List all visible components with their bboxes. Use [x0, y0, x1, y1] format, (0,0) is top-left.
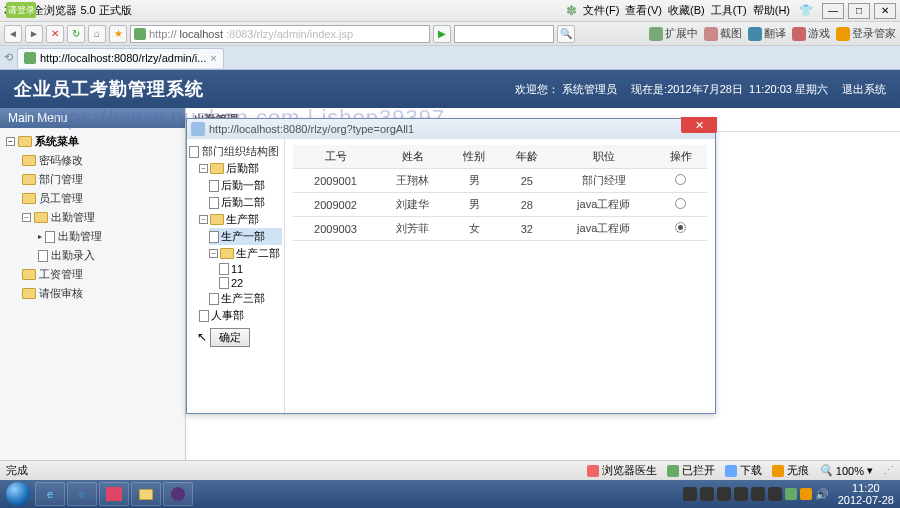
- tray-icon[interactable]: [800, 488, 812, 500]
- tool-login[interactable]: 登录管家: [836, 26, 896, 41]
- folder-icon: [210, 163, 224, 174]
- select-radio[interactable]: [675, 222, 686, 233]
- restore-icon[interactable]: ⟲: [4, 51, 13, 64]
- tree-node-prod3[interactable]: 生产三部: [209, 290, 282, 307]
- search-input[interactable]: [454, 25, 554, 43]
- collapse-icon[interactable]: −: [199, 215, 208, 224]
- table-header-row: 工号 姓名 性别 年龄 职位 操作: [293, 145, 707, 169]
- tree-node-11[interactable]: 11: [219, 262, 282, 276]
- tree-node-production[interactable]: −生产部: [199, 211, 282, 228]
- task-explorer[interactable]: [131, 482, 161, 506]
- volume-icon[interactable]: 🔊: [815, 488, 829, 501]
- tool-capture[interactable]: 截图: [704, 26, 742, 41]
- tool-game[interactable]: 游戏: [792, 26, 830, 41]
- logout-link[interactable]: 退出系统: [842, 82, 886, 97]
- status-block[interactable]: 已拦开: [667, 463, 715, 478]
- task-eclipse[interactable]: [163, 482, 193, 506]
- now-time: 11:20:03: [749, 83, 792, 95]
- menu-tools[interactable]: 工具(T): [709, 3, 749, 18]
- go-button[interactable]: ▶: [433, 25, 451, 43]
- url-input[interactable]: http://localhost:8083/rlzy/admin/index.j…: [130, 25, 430, 43]
- sidebar-item-attend-input[interactable]: 出勤录入: [0, 246, 185, 265]
- sidebar-item-pwd[interactable]: 密码修改: [0, 151, 185, 170]
- confirm-button[interactable]: 确定: [210, 328, 250, 347]
- welcome-label: 欢迎您：: [515, 83, 559, 95]
- translate-bubble[interactable]: 请登录: [6, 2, 36, 18]
- menu-help[interactable]: 帮助(H): [751, 3, 792, 18]
- table-row[interactable]: 2009001王翔林男25部门经理: [293, 169, 707, 193]
- tool-ext[interactable]: 扩展中: [649, 26, 698, 41]
- favorite-button[interactable]: ★: [109, 25, 127, 43]
- app-header: 企业员工考勤管理系统 欢迎您： 系统管理员 现在是:2012年7月28日 11:…: [0, 70, 900, 108]
- task-ie2[interactable]: e: [67, 482, 97, 506]
- clock[interactable]: 11:202012-07-28: [832, 482, 894, 506]
- cell-age: 28: [500, 193, 553, 217]
- status-download[interactable]: 下载: [725, 463, 762, 478]
- qq-icon[interactable]: [717, 487, 731, 501]
- dialog-close-button[interactable]: ✕: [681, 117, 717, 133]
- collapse-icon[interactable]: −: [199, 164, 208, 173]
- tool-translate[interactable]: 翻译: [748, 26, 786, 41]
- qq-icon[interactable]: [768, 487, 782, 501]
- menu-fav[interactable]: 收藏(B): [666, 3, 707, 18]
- sidebar-item-attend-mgr[interactable]: ▸出勤管理: [0, 227, 185, 246]
- resize-grip-icon[interactable]: ⋰: [883, 464, 894, 477]
- table-row[interactable]: 2009003刘芳菲女32java工程师: [293, 217, 707, 241]
- minimize-button[interactable]: —: [822, 3, 844, 19]
- url-rest: :8083/rlzy/admin/index.jsp: [226, 28, 353, 40]
- collapse-icon[interactable]: −: [209, 249, 218, 258]
- qq-icon[interactable]: [683, 487, 697, 501]
- tree-node-log2[interactable]: 后勤二部: [209, 194, 282, 211]
- browser-title: 360安全浏览器 5.0 正式版: [4, 3, 566, 18]
- tray-icon[interactable]: [785, 488, 797, 500]
- cell-id: 2009001: [293, 169, 378, 193]
- qq-icon[interactable]: [700, 487, 714, 501]
- dialog-titlebar[interactable]: http://localhost:8080/rlzy/org?type=orgA…: [187, 119, 715, 139]
- stop-button[interactable]: ✕: [46, 25, 64, 43]
- sidebar-item-leave[interactable]: 请假审核: [0, 284, 185, 303]
- task-ie[interactable]: e: [35, 482, 65, 506]
- collapse-icon[interactable]: −: [22, 213, 31, 222]
- start-button[interactable]: [2, 480, 34, 508]
- tree-node-22[interactable]: 22: [219, 276, 282, 290]
- menu-file[interactable]: 文件(F): [581, 3, 621, 18]
- grid-pane: 工号 姓名 性别 年龄 职位 操作 2009001王翔林男25部门经理20090…: [285, 139, 715, 413]
- select-radio[interactable]: [675, 198, 686, 209]
- status-private[interactable]: 无痕: [772, 463, 809, 478]
- cell-role: java工程师: [553, 217, 654, 241]
- sidebar-item-attend[interactable]: −出勤管理: [0, 208, 185, 227]
- status-doctor[interactable]: 浏览器医生: [587, 463, 657, 478]
- tree-node-hr[interactable]: 人事部: [199, 307, 282, 324]
- task-app1[interactable]: [99, 482, 129, 506]
- refresh-button[interactable]: ↻: [67, 25, 85, 43]
- sidebar-item-dept[interactable]: 部门管理: [0, 170, 185, 189]
- table-row[interactable]: 2009002刘建华男28java工程师: [293, 193, 707, 217]
- back-button[interactable]: ◄: [4, 25, 22, 43]
- tab-close-icon[interactable]: ×: [210, 52, 216, 64]
- forward-button[interactable]: ►: [25, 25, 43, 43]
- status-zoom[interactable]: 🔍100% ▾: [819, 464, 873, 477]
- select-radio[interactable]: [675, 174, 686, 185]
- close-button[interactable]: ✕: [874, 3, 896, 19]
- tree-node-prod1[interactable]: 生产一部: [209, 228, 282, 245]
- key-icon: [836, 27, 850, 41]
- scissors-icon: [704, 27, 718, 41]
- cell-op: [654, 169, 707, 193]
- collapse-icon[interactable]: −: [6, 137, 15, 146]
- sidebar-item-emp[interactable]: 员工管理: [0, 189, 185, 208]
- qq-icon[interactable]: [734, 487, 748, 501]
- welcome-user: 系统管理员: [562, 83, 617, 95]
- sidebar-root[interactable]: −系统菜单: [0, 132, 185, 151]
- cloth-icon[interactable]: 👕: [797, 4, 815, 17]
- menu-view[interactable]: 查看(V): [623, 3, 664, 18]
- maximize-button[interactable]: □: [848, 3, 870, 19]
- qq-icon[interactable]: [751, 487, 765, 501]
- folder-icon: [22, 174, 36, 185]
- tree-node-logistics[interactable]: −后勤部: [199, 160, 282, 177]
- tree-node-log1[interactable]: 后勤一部: [209, 177, 282, 194]
- tree-node-prod2[interactable]: −生产二部: [209, 245, 282, 262]
- search-button[interactable]: 🔍: [557, 25, 575, 43]
- tab-active[interactable]: http://localhost:8080/rlzy/admin/i... ×: [17, 48, 224, 68]
- sidebar-item-salary[interactable]: 工资管理: [0, 265, 185, 284]
- home-button[interactable]: ⌂: [88, 25, 106, 43]
